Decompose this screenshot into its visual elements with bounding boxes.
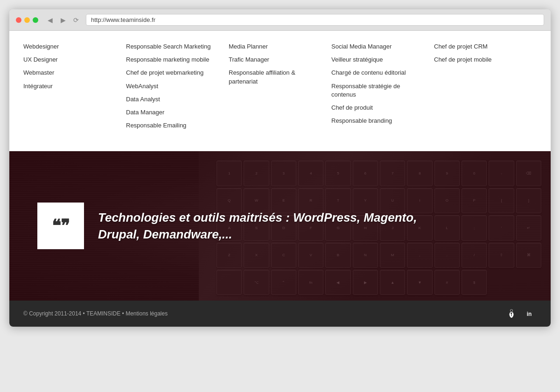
viadeo-icon[interactable]: d [505,307,518,320]
menu-col-2: Responsable Search Marketing Responsable… [126,40,229,132]
menu-item-integrateur[interactable]: Intégrateur [23,80,117,93]
menu-item-trafic-manager[interactable]: Trafic Manager [229,53,322,66]
menu-dropdown: Webdesigner UX Designer Webmaster Intégr… [9,31,551,151]
menu-item-responsable-branding[interactable]: Responsable branding [331,114,425,127]
quote-icon-box: ❝❞ [37,203,84,249]
linkedin-icon[interactable]: in [524,307,537,320]
menu-item-responsable-affiliation[interactable]: Responsable affiliation & partenariat [229,66,322,88]
menu-item-veilleur-strategique[interactable]: Veilleur stratégique [331,53,425,66]
footer-copyright: © Copyright 2011-2014 • TEAMINSIDE • Men… [23,310,168,317]
reload-button[interactable]: ⟳ [71,15,81,25]
menu-item-chef-projet-crm[interactable]: Chef de projet CRM [434,40,527,53]
back-button[interactable]: ◀ [45,15,55,25]
menu-item-social-media-manager[interactable]: Social Media Manager [331,40,425,53]
menu-item-responsable-strategie[interactable]: Responsable stratégie de contenus [331,80,425,101]
menu-item-webmaster[interactable]: Webmaster [23,66,117,79]
browser-nav: ◀ ▶ ⟳ [45,15,81,25]
menu-item-data-manager[interactable]: Data Manager [126,106,219,119]
dot-minimize[interactable] [24,17,30,23]
menu-item-chef-projet-mobile[interactable]: Chef de projet mobile [434,53,527,66]
menu-col-3: Media Planner Trafic Manager Responsable… [229,40,331,132]
forward-button[interactable]: ▶ [58,15,68,25]
menu-item-chef-produit[interactable]: Chef de produit [331,101,425,114]
footer: © Copyright 2011-2014 • TEAMINSIDE • Men… [9,301,551,327]
menu-item-charge-contenu[interactable]: Chargé de contenu éditorial [331,66,425,79]
hero-quote-text: Technologies et outils maitrisés : WordP… [98,209,425,243]
menu-item-data-analyst[interactable]: Data Analyst [126,93,219,106]
menu-columns: Webdesigner UX Designer Webmaster Intégr… [23,40,537,132]
quote-icon: ❝❞ [52,216,70,236]
menu-col-4: Social Media Manager Veilleur stratégiqu… [331,40,434,132]
svg-text:in: in [527,311,532,317]
footer-social-icons: d in [505,307,537,320]
hero-content: ❝❞ Technologies et outils maitrisés : Wo… [9,203,453,249]
menu-item-chef-projet-webmarketing[interactable]: Chef de projet webmarketing [126,66,219,79]
dot-maximize[interactable] [33,17,38,23]
browser-titlebar: ◀ ▶ ⟳ http://www.teaminside.fr [9,9,551,31]
address-bar[interactable]: http://www.teaminside.fr [86,14,544,26]
browser-content: Webdesigner UX Designer Webmaster Intégr… [9,31,551,327]
svg-text:d: d [510,313,513,318]
legal-link[interactable]: Mentions légales [126,310,168,317]
copyright-text: © Copyright 2011-2014 • TEAMINSIDE • [23,310,124,317]
menu-item-media-planner[interactable]: Media Planner [229,40,322,53]
menu-col-5: Chef de projet CRM Chef de projet mobile [434,40,537,132]
browser-window: ◀ ▶ ⟳ http://www.teaminside.fr Webdesign… [9,9,551,327]
menu-col-1: Webdesigner UX Designer Webmaster Intégr… [23,40,126,132]
dot-close[interactable] [16,17,21,23]
menu-item-responsable-search[interactable]: Responsable Search Marketing [126,40,219,53]
hero-section: 1 2 3 4 5 6 7 8 9 0 - ⌫ Q W E R T Y U I [9,151,551,301]
menu-item-webanalyst[interactable]: WebAnalyst [126,80,219,93]
menu-item-ux-designer[interactable]: UX Designer [23,53,117,66]
menu-item-responsable-marketing-mobile[interactable]: Responsable marketing mobile [126,53,219,66]
menu-item-responsable-emailing[interactable]: Responsable Emailing [126,119,219,132]
svg-point-1 [511,310,513,312]
browser-dots [16,17,38,23]
menu-item-webdesigner[interactable]: Webdesigner [23,40,117,53]
